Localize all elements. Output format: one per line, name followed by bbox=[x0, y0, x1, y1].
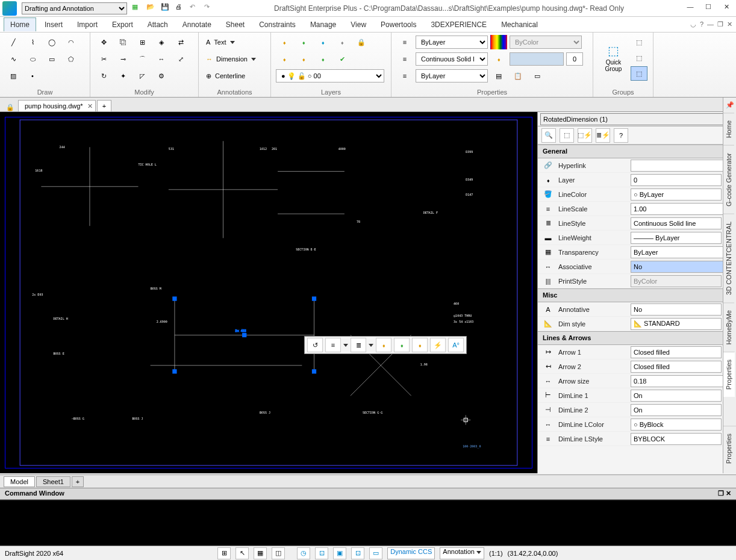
prop-value[interactable]: BYBLOCK bbox=[631, 433, 722, 445]
prop-value[interactable]: No bbox=[631, 261, 734, 273]
tab-3dexperience[interactable]: 3DEXPERIENCE bbox=[425, 18, 493, 31]
add-sheet-button[interactable]: + bbox=[72, 476, 84, 487]
centerline-button[interactable]: ⊕Centerline bbox=[204, 69, 276, 83]
prop-value[interactable]: ByLayer bbox=[631, 246, 734, 258]
transparency-value[interactable] bbox=[566, 52, 583, 66]
layer-lock-button[interactable]: 🔒 bbox=[353, 35, 370, 49]
rotate-button[interactable]: ↻ bbox=[95, 69, 112, 83]
side-tab-gcode[interactable]: G-code Generator bbox=[723, 145, 734, 214]
prop-section[interactable]: Lines & Arrows▴ bbox=[538, 331, 736, 345]
mirror-button[interactable]: ⇄ bbox=[172, 35, 189, 49]
lineweight-select[interactable]: ByLayer bbox=[416, 69, 488, 82]
command-window[interactable] bbox=[0, 500, 736, 546]
scale-button[interactable]: ⤢ bbox=[172, 52, 189, 66]
tab-insert[interactable]: Insert bbox=[39, 18, 69, 31]
layer-off-button[interactable]: ⬧ bbox=[334, 35, 351, 49]
annotation-scale-select[interactable]: Annotation bbox=[440, 547, 484, 559]
copy-button[interactable]: ⿻ bbox=[114, 35, 131, 49]
doc-close-icon[interactable]: ✕ bbox=[727, 20, 732, 28]
side-tab-3dcc[interactable]: 3D CONTENTCENTRAL bbox=[723, 214, 734, 302]
maximize-button[interactable]: ☐ bbox=[701, 3, 716, 14]
sheet-tab-sheet1[interactable]: Sheet1 bbox=[36, 476, 70, 487]
match-props-button[interactable]: ≡ bbox=[396, 35, 413, 49]
layer-prev-button[interactable]: ⬧ bbox=[276, 52, 293, 66]
prop-value[interactable]: Continuous Solid line bbox=[631, 217, 722, 229]
arc-button[interactable]: ◠ bbox=[63, 35, 80, 49]
layer-select[interactable]: ● 💡 🔓 ○ 00 bbox=[276, 69, 384, 82]
prop-value[interactable]: ByColor bbox=[631, 275, 722, 287]
doc-restore-icon[interactable]: ❐ bbox=[717, 20, 723, 28]
undo-icon[interactable]: ↶ bbox=[190, 3, 201, 14]
list-button[interactable]: ▤ bbox=[490, 69, 507, 83]
dimension-button[interactable]: ↔Dimension bbox=[204, 52, 276, 66]
group-button[interactable]: ⬚ bbox=[631, 35, 647, 49]
tab-constraints[interactable]: Constraints bbox=[253, 18, 302, 31]
prop-value[interactable]: 0 bbox=[631, 174, 722, 186]
trim-button[interactable]: ✂ bbox=[95, 52, 112, 66]
circle-button[interactable]: ◯ bbox=[43, 35, 60, 49]
doc-minimize-icon[interactable]: — bbox=[707, 20, 714, 28]
chamfer-button[interactable]: ◸ bbox=[134, 69, 151, 83]
text-button[interactable]: A° bbox=[448, 338, 464, 352]
polar-button[interactable]: ◷ bbox=[297, 547, 310, 559]
transparency-slider[interactable] bbox=[510, 52, 564, 66]
ungroup-button[interactable]: ⬚ bbox=[631, 51, 647, 65]
prop-value[interactable]: 1.00 bbox=[631, 203, 734, 215]
select-button[interactable]: ▭ bbox=[529, 69, 546, 83]
prop-value[interactable]: On bbox=[631, 404, 722, 416]
fillet-button[interactable]: ⌒ bbox=[134, 52, 151, 66]
side-tab-properties-collapsed[interactable]: Properties bbox=[723, 426, 736, 471]
layer-freeze-button[interactable]: ⬧ bbox=[314, 35, 331, 49]
tab-annotate[interactable]: Annotate bbox=[176, 18, 217, 31]
quick-group-button[interactable]: ⬚ QuickGroup bbox=[599, 40, 628, 76]
extend-button[interactable]: ⊸ bbox=[114, 52, 131, 66]
open-icon[interactable]: 📂 bbox=[146, 3, 157, 14]
text-button[interactable]: AText bbox=[204, 35, 276, 49]
polygon-button[interactable]: ⬠ bbox=[63, 52, 80, 66]
cloud-icon[interactable]: ◡ bbox=[690, 20, 696, 28]
offset-button[interactable]: ◈ bbox=[153, 35, 170, 49]
ortho-button[interactable]: ◫ bbox=[272, 547, 285, 559]
stretch-button[interactable]: ↔ bbox=[153, 52, 170, 66]
side-tab-properties[interactable]: Properties bbox=[723, 352, 735, 397]
layer-merge-button[interactable]: ✔ bbox=[334, 52, 351, 66]
layer2-button[interactable]: ⬧ bbox=[394, 338, 410, 352]
polyline-button[interactable]: ⌇ bbox=[24, 35, 41, 49]
layer1-button[interactable]: ⬧ bbox=[376, 338, 391, 352]
tab-import[interactable]: Import bbox=[71, 18, 104, 31]
prop-value[interactable]: On bbox=[631, 390, 722, 402]
minimize-button[interactable]: — bbox=[683, 3, 697, 14]
redo-icon[interactable]: ↷ bbox=[204, 3, 215, 14]
tab-export[interactable]: Export bbox=[106, 18, 139, 31]
color-wheel-icon[interactable] bbox=[490, 35, 507, 49]
prop-value[interactable]: 0.18 bbox=[631, 375, 734, 387]
prop-value[interactable]: ——— ByLayer bbox=[631, 232, 722, 244]
linetype-select[interactable]: Continuous Solid l bbox=[416, 52, 488, 66]
array-button[interactable]: ⊞ bbox=[134, 35, 151, 49]
pin-icon[interactable]: 📌 bbox=[723, 98, 736, 113]
color-select[interactable]: ByLayer bbox=[416, 36, 488, 49]
tab-manage[interactable]: Manage bbox=[304, 18, 342, 31]
file-tab[interactable]: pump housing.dwg*✕ bbox=[18, 100, 96, 111]
new-icon[interactable]: ▦ bbox=[132, 3, 143, 14]
reset-button[interactable]: ↺ bbox=[307, 338, 323, 352]
layer-match-button[interactable]: ⬧ bbox=[314, 52, 331, 66]
filter-button[interactable]: ≣⚡ bbox=[596, 128, 610, 143]
rectangle-button[interactable]: ▭ bbox=[43, 52, 60, 66]
prop-value[interactable]: ○ ByLayer bbox=[631, 188, 722, 201]
line-button[interactable]: ╱ bbox=[5, 35, 22, 49]
more-modify-button[interactable]: ⚙ bbox=[153, 69, 170, 83]
explode-button[interactable]: ✦ bbox=[114, 69, 131, 83]
quick-select-button[interactable]: ⬚⚡ bbox=[578, 128, 592, 143]
tab-mechanical[interactable]: Mechanical bbox=[495, 18, 544, 31]
drawing-canvas[interactable]: 1618244 TIC HOLE L 5311012 SECTION E-E 2… bbox=[0, 112, 537, 473]
close-button[interactable]: ✕ bbox=[719, 3, 734, 14]
tab-attach[interactable]: Attach bbox=[142, 18, 174, 31]
group-edit-button[interactable]: ⬚ bbox=[631, 66, 647, 81]
ellipse-button[interactable]: ⬭ bbox=[24, 52, 41, 66]
side-tab-homebyme[interactable]: HomeByMe bbox=[723, 302, 734, 352]
prop-value[interactable]: ○ ByBlock bbox=[631, 418, 722, 431]
save-icon[interactable]: 💾 bbox=[161, 3, 172, 14]
point-button[interactable]: • bbox=[24, 69, 41, 83]
prop-value[interactable]: Closed filled bbox=[631, 346, 722, 358]
